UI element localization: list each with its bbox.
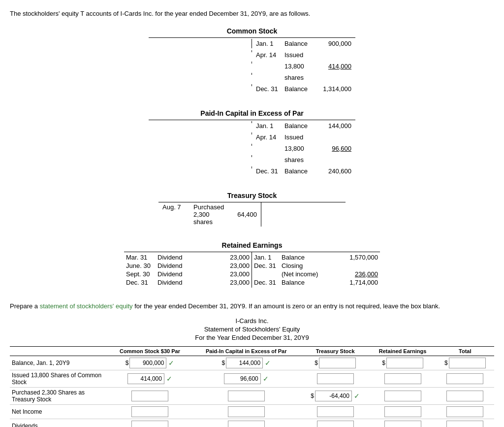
col-treasury-header: Treasury Stock	[301, 347, 370, 356]
input-r1-col4[interactable]	[384, 373, 421, 384]
input-r4-col5[interactable]	[446, 421, 483, 427]
stmt-row-2-col4[interactable]	[370, 388, 436, 405]
dollar-sign-5: $	[444, 360, 448, 366]
stmt-row-1-col1[interactable]: ✓	[108, 370, 191, 388]
re-l3-desc: Dividend	[158, 270, 215, 278]
pic-r5-desc: Balance	[284, 167, 313, 175]
col-pic-header: Paid-In Capital in Excess of Par	[191, 347, 301, 356]
dollar-sign-4: $	[382, 360, 385, 366]
input-r3-col4[interactable]	[384, 406, 421, 417]
stmt-row-0-col2[interactable]: $ ✓	[191, 356, 301, 370]
check-r1-col2: ✓	[263, 375, 269, 383]
dollar-sign-2: $	[221, 360, 225, 366]
col-total-header: Total	[436, 347, 494, 356]
pic-r1-date: Jan. 1	[256, 122, 281, 130]
stmt-row-0-col5[interactable]: $	[436, 356, 494, 370]
col-label-header	[10, 347, 108, 356]
stmt-row-0-col4[interactable]: $	[370, 356, 436, 370]
prepare-link[interactable]: statement of stockholders' equity	[40, 302, 133, 310]
common-stock-title: Common Stock	[10, 27, 494, 35]
cs-r2-desc: Issued	[284, 51, 313, 59]
cs-r3-desc: 13,800	[284, 63, 313, 70]
col-retained-header: Retained Earnings	[370, 347, 436, 356]
input-r0-col2[interactable]	[226, 358, 263, 368]
stmt-row-1-col4[interactable]	[370, 370, 436, 388]
stmt-row-0-col1[interactable]: $ ✓	[108, 356, 191, 370]
re-r3-amount: 236,000	[344, 270, 378, 278]
stmt-row-2-col1[interactable]	[108, 388, 191, 405]
input-r0-col4[interactable]	[386, 358, 423, 368]
stmt-row-3-col3[interactable]	[301, 405, 370, 419]
stmt-row-4-col1[interactable]	[108, 419, 191, 427]
input-r0-col3[interactable]	[319, 358, 356, 368]
prepare-before: Prepare a	[10, 302, 40, 310]
input-r4-col1[interactable]	[131, 421, 168, 427]
stmt-row-3-col1[interactable]	[108, 405, 191, 419]
pic-r3-date	[256, 145, 281, 152]
stmt-row-4-col3[interactable]	[301, 419, 370, 427]
re-r1-date: Jan. 1	[254, 254, 279, 261]
input-r2-col3[interactable]	[315, 391, 352, 401]
re-l1-desc: Dividend	[158, 254, 215, 261]
input-r4-col4[interactable]	[384, 421, 421, 427]
cs-r1-desc: Balance	[284, 40, 313, 47]
input-r0-col1[interactable]	[129, 358, 166, 368]
input-r3-col2[interactable]	[228, 406, 265, 417]
pic-r5-date: Dec. 31	[256, 167, 281, 175]
cs-r4-desc: shares	[284, 74, 313, 81]
stmt-row-1-col5[interactable]	[436, 370, 494, 388]
stmt-row-2-col5[interactable]	[436, 388, 494, 405]
pic-r4-amount	[317, 156, 351, 164]
cs-r5-amount: 1,314,000	[317, 85, 351, 93]
re-l4-amount: 23,000	[218, 279, 250, 286]
dollar-sign-3: $	[315, 360, 318, 366]
stmt-row-3-col2[interactable]	[191, 405, 301, 419]
stmt-title: Statement of Stockholders' Equity	[10, 326, 494, 333]
pic-r2-amount	[317, 133, 351, 141]
stmt-row-3-col5[interactable]	[436, 405, 494, 419]
stmt-row-0-col3[interactable]: $	[301, 356, 370, 370]
cs-r4-date	[256, 74, 281, 81]
input-r3-col3[interactable]	[317, 406, 354, 417]
cs-r1-date: Jan. 1	[256, 40, 281, 47]
re-r3-desc: (Net income)	[282, 270, 341, 278]
cs-r1-amount: 900,000	[317, 40, 351, 47]
re-r4-desc: Balance	[282, 279, 341, 286]
input-r1-col5[interactable]	[446, 373, 483, 384]
stmt-row-4-col2[interactable]	[191, 419, 301, 427]
input-r2-col4[interactable]	[384, 391, 421, 401]
pic-r1-desc: Balance	[284, 122, 313, 130]
prepare-after: for the year ended December 31, 20Y9. If…	[133, 302, 440, 310]
input-r4-col3[interactable]	[317, 421, 354, 427]
stmt-row-4-col4[interactable]	[370, 419, 436, 427]
input-r3-col1[interactable]	[131, 406, 168, 417]
input-r4-col2[interactable]	[228, 421, 265, 427]
input-r1-col2[interactable]	[224, 373, 261, 384]
stmt-row-2-col2[interactable]	[191, 388, 301, 405]
stmt-row-2-col3[interactable]: $ ✓	[301, 388, 370, 405]
re-r1-amount: 1,570,000	[344, 254, 378, 261]
input-r0-col5[interactable]	[449, 358, 486, 368]
stmt-row-4-col5[interactable]	[436, 419, 494, 427]
stmt-row-1-col2[interactable]: ✓	[191, 370, 301, 388]
stmt-row-1-col3[interactable]	[301, 370, 370, 388]
intro-text: The stockholders' equity T accounts of I…	[10, 10, 494, 17]
stmt-row-issued: Issued 13,800 Shares of Common Stock ✓ ✓	[10, 370, 494, 388]
pic-r1-amount: 144,000	[317, 122, 351, 130]
stmt-row-3-col4[interactable]	[370, 405, 436, 419]
ts-r1-desc: Purchased	[193, 203, 226, 211]
pic-r4-desc: shares	[284, 156, 313, 164]
re-r3-date	[254, 270, 279, 278]
input-r2-col2[interactable]	[228, 391, 265, 401]
input-r2-col5[interactable]	[446, 391, 483, 401]
stmt-row-3-label: Net Income	[10, 405, 108, 419]
cs-r4-amount	[317, 74, 351, 81]
re-l1-date: Mar. 31	[126, 254, 155, 261]
input-r2-col1[interactable]	[131, 391, 168, 401]
re-r2-date: Dec. 31	[254, 262, 279, 269]
input-r1-col3[interactable]	[317, 373, 354, 384]
pic-r4-date	[256, 156, 281, 164]
input-r3-col5[interactable]	[446, 406, 483, 417]
stmt-row-balance-jan: Balance, Jan. 1, 20Y9 $ ✓ $ ✓ $	[10, 356, 494, 370]
input-r1-col1[interactable]	[127, 373, 164, 384]
